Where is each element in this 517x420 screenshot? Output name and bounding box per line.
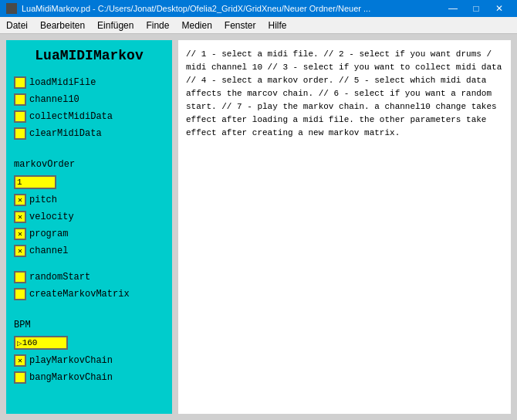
label-channel10: channel10 xyxy=(29,94,79,105)
minimize-button[interactable]: — xyxy=(441,0,465,17)
label-createMarkovMatrix: createMarkovMatrix xyxy=(29,289,130,300)
btn-row-channel: channel xyxy=(14,245,164,257)
checkbox-channel[interactable] xyxy=(14,245,26,257)
menu-bar: Datei Bearbeiten Einfügen Finde Medien F… xyxy=(0,17,517,34)
menu-bearbeiten[interactable]: Bearbeiten xyxy=(34,18,91,33)
markovOrder-field-row: 1 xyxy=(14,175,164,189)
panel-title: LuaMIDIMarkov xyxy=(14,48,164,63)
checkbox-pitch[interactable] xyxy=(14,194,26,206)
label-clearMidiData: clearMidiData xyxy=(29,128,102,139)
menu-datei[interactable]: Datei xyxy=(0,18,34,33)
btn-row-pitch: pitch xyxy=(14,194,164,206)
checkbox-bangMarkovChain[interactable] xyxy=(14,371,26,384)
label-pitch: pitch xyxy=(29,195,57,205)
btn-row-bangMarkovChain: bangMarkovChain xyxy=(14,371,164,384)
bpm-label: BPM xyxy=(14,320,164,330)
label-loadMidiFile: loadMidiFile xyxy=(29,77,96,88)
label-randomStart: randomStart xyxy=(29,272,90,283)
checkbox-velocity[interactable] xyxy=(14,211,26,223)
help-text: // 1 - select a midi file. // 2 - select… xyxy=(186,48,503,140)
label-bangMarkovChain: bangMarkovChain xyxy=(29,372,113,383)
label-collectMidiData: collectMidiData xyxy=(29,111,113,122)
right-panel: // 1 - select a midi file. // 2 - select… xyxy=(178,40,511,414)
close-button[interactable]: ✕ xyxy=(488,0,511,17)
window-controls: — □ ✕ xyxy=(441,0,511,17)
btn-row-velocity: velocity xyxy=(14,211,164,223)
markovOrder-label: markovOrder xyxy=(14,159,164,170)
btn-row-channel10: channel10 xyxy=(14,93,164,106)
btn-row-loadMidiFile: loadMidiFile xyxy=(14,76,164,89)
left-panel: LuaMIDIMarkov loadMidiFile channel10 col… xyxy=(6,40,172,414)
bpm-field[interactable]: ▷160 xyxy=(14,336,68,350)
checkbox-loadMidiFile[interactable] xyxy=(14,76,26,89)
btn-row-playMarkovChain: playMarkovChain xyxy=(14,354,164,367)
checkbox-playMarkovChain[interactable] xyxy=(14,354,26,367)
menu-finde[interactable]: Finde xyxy=(140,18,175,33)
maximize-button[interactable]: □ xyxy=(465,0,488,17)
checkbox-collectMidiData[interactable] xyxy=(14,110,26,123)
btn-row-program: program xyxy=(14,228,164,240)
bpm-field-row: ▷160 xyxy=(14,336,164,350)
label-velocity: velocity xyxy=(29,212,74,222)
title-bar: LuaMidiMarkov.pd - C:/Users/Jonat/Deskto… xyxy=(0,0,517,17)
btn-row-randomStart: randomStart xyxy=(14,271,164,283)
menu-medien[interactable]: Medien xyxy=(175,18,218,33)
label-program: program xyxy=(29,229,68,239)
checkbox-randomStart[interactable] xyxy=(14,271,26,283)
checkbox-program[interactable] xyxy=(14,228,26,240)
btn-row-createMarkovMatrix: createMarkovMatrix xyxy=(14,288,164,300)
menu-fenster[interactable]: Fenster xyxy=(218,18,262,33)
checkbox-channel10[interactable] xyxy=(14,93,26,106)
menu-hilfe[interactable]: Hilfe xyxy=(262,18,293,33)
checkbox-createMarkovMatrix[interactable] xyxy=(14,288,26,300)
markovOrder-field[interactable]: 1 xyxy=(14,175,56,189)
checkbox-clearMidiData[interactable] xyxy=(14,127,26,140)
btn-row-clearMidiData: clearMidiData xyxy=(14,127,164,140)
window-icon xyxy=(6,3,17,14)
menu-einfuegen[interactable]: Einfügen xyxy=(91,18,140,33)
label-playMarkovChain: playMarkovChain xyxy=(29,355,113,366)
window-title: LuaMidiMarkov.pd - C:/Users/Jonat/Deskto… xyxy=(22,4,370,13)
main-content: LuaMIDIMarkov loadMidiFile channel10 col… xyxy=(0,34,517,420)
btn-row-collectMidiData: collectMidiData xyxy=(14,110,164,123)
label-channel: channel xyxy=(29,246,68,256)
